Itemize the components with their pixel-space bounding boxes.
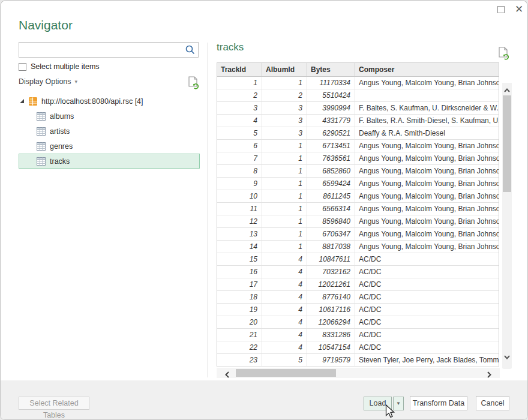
- table-cell: 10847611: [307, 253, 355, 265]
- table-cell: Angus Young, Malcolm Young, Brian Johnso…: [355, 77, 499, 89]
- expand-arrow-icon[interactable]: [19, 98, 25, 104]
- table-cell: 1: [262, 77, 307, 89]
- table-row: 1848776140AC/DC: [217, 291, 499, 304]
- sidebar-item-root[interactable]: http://localhost:8080/api.rsc [4]: [19, 94, 200, 109]
- table-cell: 1: [262, 228, 307, 240]
- table-row: 536290521Deaffy & R.A. Smith-Diesel: [217, 127, 499, 140]
- table-row: 1647032162AC/DC: [217, 266, 499, 278]
- table-cell: 1: [262, 241, 307, 253]
- table-row: 2359719579Steven Tyler, Joe Perry, Jack …: [217, 354, 499, 367]
- table-cell: AC/DC: [355, 341, 499, 353]
- table-cell: 17: [217, 278, 262, 290]
- table-cell: 9: [217, 178, 262, 190]
- table-cell: 8: [217, 165, 262, 177]
- table-row: 1116566314Angus Young, Malcolm Young, Br…: [217, 203, 499, 215]
- table-cell: 1: [262, 190, 307, 202]
- table-row: 916599424Angus Young, Malcolm Young, Bri…: [217, 178, 499, 190]
- column-header: TrackId: [217, 63, 262, 76]
- tree-item-label: albums: [50, 112, 74, 121]
- column-header: Composer: [355, 63, 499, 76]
- table-cell: AC/DC: [355, 291, 499, 303]
- close-icon: ✕: [515, 3, 523, 16]
- display-options-dropdown[interactable]: Display Options ▾: [19, 77, 77, 86]
- tree-item-label: artists: [50, 127, 70, 136]
- table-cell: 7032162: [307, 266, 355, 278]
- scroll-left-icon[interactable]: [225, 370, 229, 380]
- table-cell: 4: [262, 266, 307, 278]
- table-cell: Angus Young, Malcolm Young, Brian Johnso…: [355, 228, 499, 240]
- table-cell: 12066294: [307, 316, 355, 328]
- table-cell: 20: [217, 316, 262, 328]
- table-cell: 5510424: [307, 89, 355, 101]
- table-cell: AC/DC: [355, 253, 499, 265]
- table-cell: AC/DC: [355, 329, 499, 341]
- search-icon[interactable]: [185, 44, 196, 58]
- refresh-preview-icon[interactable]: [498, 47, 509, 62]
- transform-data-button[interactable]: Transform Data: [410, 396, 467, 410]
- horizontal-scrollbar[interactable]: [217, 368, 500, 378]
- maximize-button[interactable]: [495, 4, 507, 16]
- sidebar-item-albums[interactable]: albums: [19, 109, 200, 124]
- table-cell: 23: [217, 354, 262, 366]
- table-cell: 4: [262, 304, 307, 316]
- table-cell: 1: [262, 215, 307, 227]
- cancel-button[interactable]: Cancel: [476, 396, 509, 410]
- select-related-tables-button[interactable]: Select Related Tables: [19, 397, 89, 410]
- table-cell: 2: [262, 89, 307, 101]
- select-multiple-label: Select multiple items: [31, 62, 100, 71]
- horizontal-scrollbar-thumb[interactable]: [236, 369, 336, 377]
- table-row: 1418817038Angus Young, Malcolm Young, Br…: [217, 241, 499, 253]
- table-cell: 8596840: [307, 215, 355, 227]
- table-cell: 1: [217, 77, 262, 89]
- table-icon: [37, 157, 46, 166]
- table-row: 1018611245Angus Young, Malcolm Young, Br…: [217, 190, 499, 203]
- scroll-right-icon[interactable]: [487, 370, 491, 380]
- table-cell: 6852860: [307, 165, 355, 177]
- refresh-list-icon[interactable]: [188, 76, 199, 92]
- table-row: 2148331286AC/DC: [217, 329, 499, 341]
- table-cell: Angus Young, Malcolm Young, Brian Johnso…: [355, 165, 499, 177]
- table-cell: 1: [262, 140, 307, 152]
- table-cell: 5: [217, 127, 262, 139]
- table-row: 434331779F. Baltes, R.A. Smith-Diesel, S…: [217, 115, 499, 127]
- table-cell: 3: [262, 115, 307, 127]
- table-cell: 13: [217, 228, 262, 240]
- table-cell: 15: [217, 253, 262, 265]
- table-cell: 4: [262, 329, 307, 341]
- table-cell: 4: [262, 316, 307, 328]
- table-cell: Angus Young, Malcolm Young, Brian Johnso…: [355, 215, 499, 227]
- navigator-dialog: ✕ Navigator Select multiple items Displa…: [0, 0, 528, 420]
- select-multiple-checkbox[interactable]: [19, 63, 26, 71]
- scroll-down-icon[interactable]: [504, 351, 510, 362]
- search-box: [19, 42, 199, 58]
- table-cell: 3990994: [307, 102, 355, 114]
- table-row: 17412021261AC/DC: [217, 278, 499, 291]
- sidebar-item-artists[interactable]: artists: [19, 124, 200, 139]
- table-header-row: TrackId AlbumId Bytes Composer: [217, 63, 499, 77]
- preview-title: tracks: [217, 41, 244, 53]
- close-button[interactable]: ✕: [512, 2, 526, 16]
- table-cell: 21: [217, 329, 262, 341]
- table-cell: 8331286: [307, 329, 355, 341]
- sidebar-item-tracks[interactable]: tracks: [19, 154, 200, 169]
- vertical-scrollbar[interactable]: [502, 83, 512, 369]
- search-input[interactable]: [22, 43, 182, 56]
- scroll-up-icon[interactable]: [504, 84, 510, 95]
- table-icon: [37, 142, 46, 151]
- table-cell: 4: [262, 253, 307, 265]
- tree-item-label: tracks: [50, 157, 70, 166]
- table-cell: F. Baltes, R.A. Smith-Diesel, S. Kaufman…: [355, 115, 499, 127]
- pane-divider: [208, 43, 208, 377]
- table-cell: AC/DC: [355, 266, 499, 278]
- table-cell: 14: [217, 241, 262, 253]
- table-row: 616713451Angus Young, Malcolm Young, Bri…: [217, 140, 499, 152]
- vertical-scrollbar-thumb[interactable]: [503, 95, 511, 192]
- table-cell: 6713451: [307, 140, 355, 152]
- mouse-cursor: [385, 404, 395, 420]
- table-cell: 1: [262, 178, 307, 190]
- table-cell: Angus Young, Malcolm Young, Brian Johnso…: [355, 140, 499, 152]
- table-cell: 10617116: [307, 304, 355, 316]
- table-cell: 6599424: [307, 178, 355, 190]
- sidebar-item-genres[interactable]: genres: [19, 139, 200, 154]
- table-cell: 10: [217, 190, 262, 202]
